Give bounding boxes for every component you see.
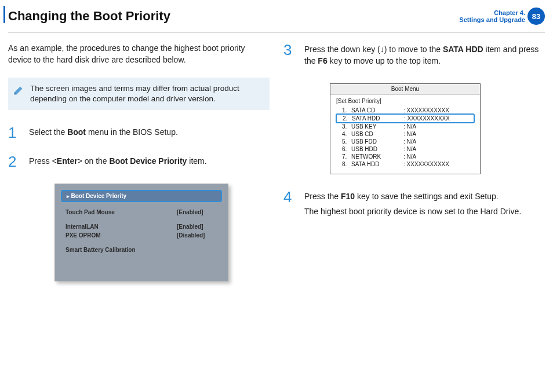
- note-text: The screen images and terms may differ f…: [30, 83, 263, 104]
- bm-index: 6.: [342, 146, 351, 152]
- boot-menu-subtitle: [Set Boot Priority]: [336, 98, 474, 104]
- note-icon: [13, 83, 26, 96]
- bios-label: PXE OPROM: [66, 232, 101, 239]
- step-body: Select the Boot menu in the BIOS Setup.: [29, 125, 178, 141]
- bm-value: : XXXXXXXXXXX: [403, 161, 449, 167]
- step-3: 3 Press the down key (↓) to move to the …: [283, 42, 545, 71]
- intro-text: As an example, the procedures to change …: [8, 42, 270, 66]
- step-body: Press the down key (↓) to move to the SA…: [304, 42, 545, 71]
- step-body: Press the F10 key to save the settings a…: [304, 189, 521, 221]
- chapter-line2: Settings and Upgrade: [459, 16, 525, 23]
- header-right: Chapter 4. Settings and Upgrade 83: [459, 8, 553, 25]
- bold: F10: [341, 192, 355, 201]
- bm-name: USB HDD: [351, 146, 403, 152]
- bm-value: : XXXXXXXXXXX: [404, 115, 450, 122]
- step-body: Press <Enter> on the Boot Device Priorit…: [29, 154, 207, 170]
- step-number: 2: [8, 154, 21, 169]
- boot-menu-row: 3.USB KEY: N/A: [336, 123, 474, 130]
- bm-index: 2.: [343, 115, 352, 122]
- boot-menu-row: 2.SATA HDD: XXXXXXXXXXX: [336, 113, 475, 123]
- bm-index: 3.: [342, 123, 351, 130]
- step-number: 3: [283, 42, 296, 57]
- boot-menu-title: Boot Menu: [330, 84, 480, 94]
- page-header: Changing the Boot Priority Chapter 4. Se…: [0, 0, 553, 32]
- bios-label: Smart Battery Calibration: [66, 247, 136, 253]
- bm-name: SATA HDD: [351, 161, 403, 167]
- text: > on the: [78, 156, 110, 166]
- bold: Boot: [67, 127, 86, 137]
- page-number-badge: 83: [527, 8, 545, 25]
- text: Select the: [29, 127, 67, 137]
- text: key to move up to the top item.: [328, 56, 441, 65]
- bios-value: [177, 247, 217, 253]
- text: The highest boot priority device is now …: [304, 206, 521, 217]
- bm-name: SATA CD: [351, 107, 403, 113]
- bm-index: 8.: [342, 161, 351, 167]
- bios-row: InternalLAN [Enabled]: [55, 222, 228, 231]
- content-columns: As an example, the procedures to change …: [0, 33, 553, 281]
- boot-menu-row: 1.SATA CD: XXXXXXXXXXX: [336, 107, 474, 114]
- bold: F6: [318, 56, 327, 65]
- text: menu in the BIOS Setup.: [86, 127, 178, 137]
- bm-value: : N/A: [403, 146, 416, 152]
- boot-menu-row: 4.USB CD: N/A: [336, 130, 474, 138]
- bios-row: Smart Battery Calibration: [55, 246, 228, 254]
- page-title: Changing the Boot Priority: [8, 9, 170, 24]
- step-number: 4: [283, 189, 296, 204]
- left-column: As an example, the procedures to change …: [8, 42, 270, 281]
- header-accent-bar: [3, 6, 5, 23]
- bios-row: PXE OPROM [Disabled]: [55, 231, 228, 240]
- text: Press <: [29, 156, 57, 166]
- boot-menu-row: 7.NETWORK: N/A: [336, 153, 474, 160]
- chapter-line1: Chapter 4.: [459, 9, 525, 16]
- bm-name: USB KEY: [351, 123, 403, 130]
- boot-menu-row: 5.USB FDD: N/A: [336, 138, 474, 145]
- text: Press the down key (↓) to move to the: [304, 45, 443, 54]
- bold: Boot Device Priority: [110, 156, 187, 166]
- bios-highlight-row: Boot Device Priority: [61, 190, 222, 202]
- bm-index: 5.: [342, 138, 351, 145]
- bm-value: : N/A: [403, 153, 416, 160]
- bm-name: NETWORK: [351, 153, 403, 160]
- right-column: 3 Press the down key (↓) to move to the …: [283, 42, 545, 281]
- bm-index: 4.: [342, 131, 351, 137]
- step-number: 1: [8, 125, 21, 140]
- step-4: 4 Press the F10 key to save the settings…: [283, 189, 545, 221]
- bios-value: [Enabled]: [177, 224, 217, 230]
- text: Press the: [304, 192, 341, 201]
- bios-value: [Enabled]: [177, 209, 217, 215]
- bios-label: InternalLAN: [66, 224, 99, 230]
- note-box: The screen images and terms may differ f…: [8, 78, 270, 110]
- boot-menu-row: 8.SATA HDD: XXXXXXXXXXX: [336, 160, 474, 168]
- bm-value: : N/A: [403, 138, 416, 145]
- bios-row: Touch Pad Mouse [Enabled]: [55, 208, 228, 217]
- bm-index: 1.: [342, 107, 351, 113]
- bm-value: : XXXXXXXXXXX: [403, 107, 449, 113]
- bios-value: [Disabled]: [177, 232, 217, 239]
- text: item.: [187, 156, 206, 166]
- boot-menu-row: 6.USB HDD: N/A: [336, 145, 474, 153]
- bios-label: Touch Pad Mouse: [66, 209, 115, 215]
- bios-panel: Boot Device Priority Touch Pad Mouse [En…: [54, 184, 228, 281]
- bm-name: USB CD: [351, 131, 403, 137]
- bold: SATA HDD: [443, 45, 483, 54]
- bm-value: : N/A: [403, 131, 416, 137]
- bm-name: USB FDD: [351, 138, 403, 145]
- step-2: 2 Press <Enter> on the Boot Device Prior…: [8, 154, 270, 170]
- bm-value: : N/A: [403, 123, 416, 130]
- step-1: 1 Select the Boot menu in the BIOS Setup…: [8, 125, 270, 141]
- bm-name: SATA HDD: [352, 115, 404, 122]
- boot-menu-body: [Set Boot Priority] 1.SATA CD: XXXXXXXXX…: [330, 94, 480, 174]
- text: key to save the settings and exit Setup.: [355, 192, 498, 201]
- chapter-block: Chapter 4. Settings and Upgrade: [459, 9, 525, 23]
- bold: Enter: [57, 156, 78, 166]
- bm-index: 7.: [342, 153, 351, 160]
- boot-menu-panel: Boot Menu [Set Boot Priority] 1.SATA CD:…: [330, 83, 481, 174]
